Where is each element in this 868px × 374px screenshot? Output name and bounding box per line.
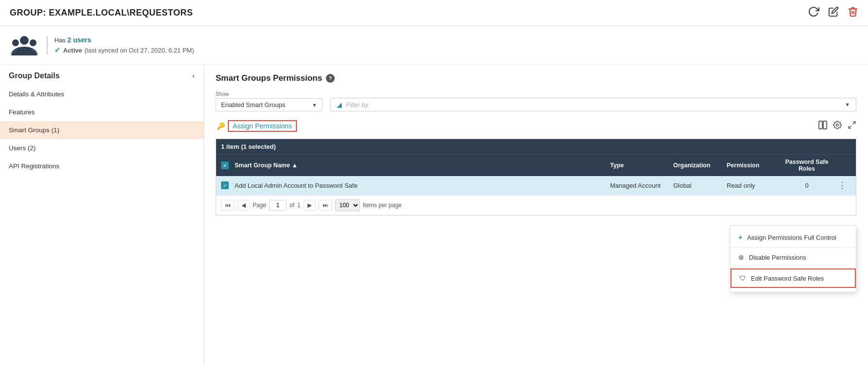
row-org-value: Global bbox=[673, 182, 692, 189]
sidebar-item-smart-groups[interactable]: Smart Groups (1) bbox=[0, 121, 204, 139]
context-edit-psroles-icon: 🛡 bbox=[739, 274, 746, 282]
row-type-value: Managed Account bbox=[610, 182, 661, 189]
status-check-icon: ✔ bbox=[54, 46, 61, 54]
sidebar-item-details[interactable]: Details & Attributes bbox=[0, 85, 204, 103]
users-prefix: Has bbox=[54, 36, 68, 44]
last-page-button[interactable]: ⏭ bbox=[319, 200, 332, 211]
sidebar-collapse-button[interactable]: ‹ bbox=[192, 71, 195, 80]
filter-funnel-icon: ◢ bbox=[337, 101, 342, 108]
col-name-label: Smart Group Name ▲ bbox=[235, 162, 298, 169]
toolbar-right-icons bbox=[818, 121, 856, 131]
table-count-label: 1 item (1 selected) bbox=[221, 143, 276, 150]
fullscreen-icon[interactable] bbox=[848, 121, 856, 131]
row-org-cell: Global bbox=[673, 182, 727, 189]
svg-point-5 bbox=[836, 124, 839, 126]
show-select-dropdown[interactable]: Enabled Smart Groups ▼ bbox=[216, 98, 323, 111]
page-header: GROUP: EXAMPLE.LOCAL\REQUESTORS bbox=[0, 0, 868, 26]
pagination-row: ⏮ ◀ Page of 1 ▶ ⏭ 100 50 25 Items per pa… bbox=[216, 195, 856, 215]
show-select-arrow-icon: ▼ bbox=[312, 102, 317, 108]
show-filter-group: Show Enabled Smart Groups ▼ bbox=[216, 91, 323, 111]
first-page-button[interactable]: ⏮ bbox=[221, 200, 235, 211]
svg-point-2 bbox=[30, 39, 36, 46]
context-disable-icon: ⊗ bbox=[738, 253, 744, 261]
assign-key-icon: 🔑 bbox=[217, 122, 225, 130]
col-type-label: Type bbox=[610, 162, 624, 169]
toolbar-row: 🔑 Assign Permissions bbox=[216, 118, 856, 134]
context-disable-label: Disable Permissions bbox=[749, 254, 806, 261]
show-select-value: Enabled Smart Groups bbox=[221, 101, 309, 108]
svg-line-6 bbox=[853, 122, 855, 124]
smart-groups-table: 1 item (1 selected) ✓ Smart Group Name ▲… bbox=[216, 139, 856, 215]
of-label: of bbox=[289, 202, 294, 209]
row-checkbox[interactable]: ✓ bbox=[221, 181, 229, 189]
sidebar-item-features[interactable]: Features bbox=[0, 103, 204, 121]
filter-row: Show Enabled Smart Groups ▼ ◢ Filter by … bbox=[216, 91, 856, 111]
users-link[interactable]: 2 users bbox=[68, 36, 91, 44]
sidebar: Group Details ‹ Details & Attributes Fea… bbox=[0, 65, 204, 366]
col-checkbox-header[interactable]: ✓ bbox=[221, 161, 235, 169]
header-actions bbox=[808, 6, 858, 20]
col-org-header[interactable]: Organization bbox=[673, 162, 727, 169]
edit-button[interactable] bbox=[828, 6, 839, 19]
filter-placeholder-text: Filter by bbox=[346, 101, 841, 108]
refresh-button[interactable] bbox=[808, 6, 819, 20]
svg-rect-3 bbox=[819, 121, 822, 129]
group-users-line: Has 2 users bbox=[54, 36, 194, 44]
table-count-row: 1 item (1 selected) bbox=[216, 139, 856, 154]
group-info-bar: Has 2 users ✔ Active (last synced on Oct… bbox=[0, 26, 868, 65]
show-label: Show bbox=[216, 91, 323, 97]
context-assign-full-icon: + bbox=[738, 233, 742, 241]
page-label: Page bbox=[253, 202, 266, 209]
group-status-line: ✔ Active (last synced on Oct 27, 2020, 6… bbox=[54, 46, 194, 54]
prev-page-button[interactable]: ◀ bbox=[238, 200, 250, 211]
col-psroles-header[interactable]: Password Safe Roles bbox=[780, 159, 834, 172]
context-menu-item-edit-psroles[interactable]: 🛡 Edit Password Safe Roles bbox=[731, 268, 856, 288]
context-menu-item-assign-full-control[interactable]: + Assign Permissions Full Control bbox=[731, 229, 856, 246]
columns-view-icon[interactable] bbox=[818, 121, 827, 131]
next-page-button[interactable]: ▶ bbox=[304, 200, 316, 211]
group-avatar bbox=[10, 33, 39, 57]
status-detail: (last synced on Oct 27, 2020, 6:21 PM) bbox=[85, 47, 194, 54]
col-org-label: Organization bbox=[673, 162, 710, 169]
assign-permissions-button[interactable]: 🔑 Assign Permissions bbox=[216, 118, 298, 134]
row-perm-value: Read only bbox=[727, 182, 755, 189]
assign-permissions-label[interactable]: Assign Permissions bbox=[228, 120, 297, 132]
help-icon[interactable]: ? bbox=[326, 74, 335, 83]
context-menu-item-disable-permissions[interactable]: ⊗ Disable Permissions bbox=[731, 249, 856, 266]
col-type-header[interactable]: Type bbox=[610, 162, 673, 169]
main-layout: Group Details ‹ Details & Attributes Fea… bbox=[0, 65, 868, 366]
context-menu-divider-1 bbox=[731, 247, 856, 248]
sidebar-header: Group Details ‹ bbox=[0, 65, 204, 85]
context-edit-psroles-label: Edit Password Safe Roles bbox=[751, 275, 824, 282]
status-label: Active bbox=[63, 47, 82, 54]
page-number-input[interactable] bbox=[269, 200, 287, 211]
sidebar-item-api-registrations[interactable]: API Registrations bbox=[0, 157, 204, 175]
context-menu-divider-2 bbox=[731, 267, 856, 267]
row-checkbox-cell[interactable]: ✓ bbox=[221, 181, 235, 189]
filter-by-input[interactable]: ◢ Filter by ▼ bbox=[330, 98, 856, 111]
row-psroles-cell: 0 bbox=[780, 182, 834, 189]
col-name-header[interactable]: Smart Group Name ▲ bbox=[235, 162, 610, 169]
row-actions-cell[interactable]: ⋮ bbox=[834, 180, 851, 191]
sidebar-item-users[interactable]: Users (2) bbox=[0, 139, 204, 157]
sidebar-title: Group Details bbox=[9, 71, 60, 80]
delete-button[interactable] bbox=[848, 6, 858, 19]
table-row[interactable]: ✓ Add Local Admin Account to Password Sa… bbox=[216, 176, 856, 195]
page-title: GROUP: EXAMPLE.LOCAL\REQUESTORS bbox=[10, 8, 193, 18]
col-perm-header[interactable]: Permission bbox=[727, 162, 780, 169]
svg-point-1 bbox=[12, 39, 19, 46]
context-menu: + Assign Permissions Full Control ⊗ Disa… bbox=[730, 225, 856, 292]
filter-dropdown-arrow-icon: ▼ bbox=[845, 102, 850, 107]
col-psroles-label: Password Safe Roles bbox=[785, 159, 829, 172]
row-type-cell: Managed Account bbox=[610, 182, 673, 189]
per-page-select[interactable]: 100 50 25 bbox=[335, 199, 360, 211]
svg-rect-4 bbox=[823, 121, 827, 129]
settings-icon[interactable] bbox=[833, 121, 842, 131]
row-psroles-value: 0 bbox=[805, 182, 808, 189]
select-all-checkbox[interactable]: ✓ bbox=[221, 161, 229, 169]
context-assign-full-label: Assign Permissions Full Control bbox=[747, 234, 836, 241]
total-pages-value: 1 bbox=[297, 202, 301, 209]
svg-point-0 bbox=[20, 36, 29, 45]
svg-line-7 bbox=[849, 126, 851, 128]
content-title-text: Smart Groups Permissions bbox=[216, 73, 322, 83]
